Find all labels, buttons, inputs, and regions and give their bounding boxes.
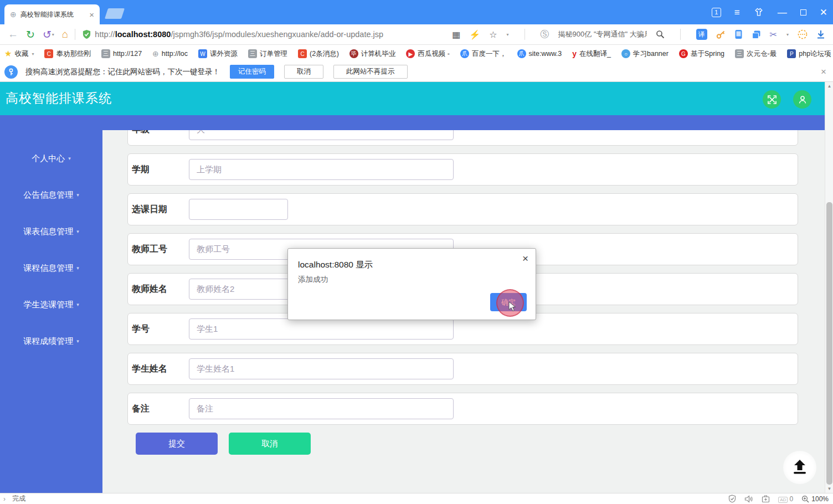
site-security-shield-icon[interactable] — [82, 29, 91, 39]
undo-history-icon[interactable]: ↺ — [43, 28, 52, 41]
bookmark-item[interactable]: Pphp论坛项 — [787, 49, 831, 59]
chevron-down-icon[interactable]: ▾ — [786, 32, 789, 37]
bookmark-item[interactable]: 爪site:www.3 — [517, 49, 562, 58]
scroll-up-icon[interactable]: ▲ — [825, 82, 833, 90]
extensions-more-icon[interactable] — [798, 29, 808, 39]
semester-input[interactable] — [189, 159, 454, 180]
address-bar[interactable]: http://localhost:8080/jspmgh3f6/jsp/modu… — [95, 30, 383, 39]
key-icon — [4, 65, 18, 79]
field-label: 学生姓名 — [128, 363, 189, 375]
bookmark-item[interactable]: ⊕http://loc — [152, 49, 188, 58]
home-icon[interactable]: ⌂ — [62, 28, 68, 40]
minimize-icon[interactable]: — — [778, 8, 787, 17]
screenshot-scissors-icon[interactable]: ✂ — [770, 29, 777, 40]
selection-date-input[interactable] — [189, 199, 288, 220]
sidebar-item-personal-center[interactable]: 个人中心▾ — [0, 150, 102, 167]
bookmark-item[interactable]: 三次元仓-最 — [735, 49, 777, 59]
cancel-button[interactable]: 取消 — [284, 65, 323, 79]
bookmark-star-icon[interactable]: ☆ — [489, 29, 497, 40]
medicine-box-icon[interactable] — [762, 495, 770, 503]
url-path: /jspmgh3f6/jsp/modules/xueshengxuanke/ad… — [171, 30, 383, 39]
submit-button[interactable]: 提交 — [136, 433, 218, 455]
bookmark-item[interactable]: y在线翻译_ — [572, 49, 611, 59]
never-prompt-button[interactable]: 此网站不再提示 — [333, 65, 408, 79]
cancel-button[interactable]: 取消 — [229, 433, 311, 455]
tab-list-button[interactable]: 1 — [712, 8, 721, 17]
top-nav-strip — [0, 115, 825, 130]
bookmark-item[interactable]: W课外资源 — [198, 49, 238, 59]
speaker-icon[interactable] — [744, 495, 753, 503]
bookmark-favicon: y — [572, 49, 577, 58]
sidebar: 个人中心▾ 公告信息管理▾ 课表信息管理▾ 课程信息管理▾ 学生选课管理▾ 课程… — [0, 130, 102, 493]
bookmark-item[interactable]: ▶西瓜视频 - — [406, 49, 450, 59]
security-shield-icon[interactable] — [728, 495, 736, 503]
mobile-phone-icon[interactable] — [734, 29, 743, 39]
maximize-icon[interactable] — [800, 9, 806, 16]
search-suggestion-text[interactable]: 揭秘900亿 "专网通信" 大骗局 — [558, 29, 647, 39]
bookmark-item[interactable]: 爪百度一下， — [460, 49, 507, 59]
upload-arrow-icon — [791, 459, 809, 476]
sidebar-item-announcement-mgmt[interactable]: 公告信息管理▾ — [0, 187, 102, 203]
bookmark-item[interactable]: 三http://127 — [101, 49, 142, 58]
remarks-input[interactable] — [189, 398, 454, 419]
bookmark-item[interactable]: 三订单管理 — [248, 49, 287, 59]
bookmark-favicon: ⊕ — [152, 49, 159, 58]
zoom-control[interactable]: 100% — [801, 495, 829, 503]
divider — [680, 29, 681, 40]
windows-copy-icon[interactable] — [752, 30, 761, 39]
lightning-accelerate-icon[interactable]: ⚡ — [469, 29, 480, 40]
student-name-input[interactable] — [189, 358, 454, 379]
mouse-cursor — [508, 301, 517, 312]
alert-dialog: localhost:8080 显示 添加成功 × 确定 — [287, 248, 536, 320]
translate-extension-icon[interactable]: 译 — [696, 29, 707, 40]
qr-code-icon[interactable]: ▦ — [452, 29, 460, 40]
bookmark-item[interactable]: ○学习banner — [621, 49, 669, 59]
bookmark-item[interactable]: G基于Spring — [679, 49, 724, 59]
bookmark-item[interactable]: C奉劝那些刚 — [44, 49, 91, 59]
password-key-icon[interactable] — [716, 30, 726, 39]
scrollbar-thumb[interactable] — [826, 202, 832, 485]
bookmark-favicon: 三 — [248, 49, 257, 58]
refresh-icon[interactable]: ↻ — [26, 28, 35, 41]
field-label: 学号 — [128, 323, 189, 335]
field-label: 教师工号 — [128, 244, 189, 255]
sidebar-item-course-info-mgmt[interactable]: 课程信息管理▾ — [0, 260, 102, 276]
tab-close-icon[interactable]: × — [89, 10, 94, 19]
bookmark-item[interactable]: 毕计算机毕业 — [349, 49, 396, 59]
scroll-down-icon[interactable]: ▼ — [825, 485, 833, 493]
student-id-input[interactable] — [189, 318, 454, 340]
search-magnifier-icon[interactable] — [656, 30, 665, 39]
fullscreen-button[interactable] — [763, 90, 781, 109]
sidebar-item-course-grade-mgmt[interactable]: 课程成绩管理▾ — [0, 333, 102, 349]
browser-tab[interactable]: ⊕ 高校智能排课系统 × — [4, 4, 100, 24]
back-icon[interactable]: ← — [8, 28, 18, 40]
chevron-right-icon[interactable]: › — [3, 495, 6, 503]
grade-input[interactable] — [189, 130, 454, 140]
close-icon[interactable]: ✕ — [820, 8, 827, 17]
menu-icon[interactable]: ≡ — [734, 8, 740, 17]
bookmark-favicon: 毕 — [349, 49, 358, 58]
download-icon[interactable] — [816, 30, 825, 39]
ad-block-counter[interactable]: AD 0 — [778, 495, 793, 503]
close-icon[interactable]: × — [821, 66, 826, 78]
bookmark-favicon: 三 — [735, 49, 744, 58]
bookmark-favicon: 爪 — [460, 49, 469, 58]
bookmark-item[interactable]: C(2条消息) — [298, 49, 339, 59]
sidebar-item-course-selection-mgmt[interactable]: 学生选课管理▾ — [0, 296, 102, 313]
back-to-top-button[interactable] — [783, 451, 816, 484]
chevron-down-icon: ▾ — [32, 52, 34, 56]
dialog-close-icon[interactable]: × — [522, 253, 528, 265]
zoom-level: 100% — [811, 495, 829, 503]
divider — [525, 29, 525, 40]
password-notification-bar: 搜狗高速浏览器提醒您：记住此网站密码，下次一键登录！ 记住密码 取消 此网站不再… — [0, 62, 833, 82]
sidebar-item-timetable-mgmt[interactable]: 课表信息管理▾ — [0, 223, 102, 240]
user-profile-button[interactable] — [793, 90, 811, 109]
dialog-title: localhost:8080 显示 — [298, 259, 373, 271]
skin-theme-icon[interactable] — [753, 7, 764, 17]
remember-password-button[interactable]: 记住密码 — [230, 65, 274, 79]
undo-caret-icon[interactable]: ▾ — [52, 32, 54, 37]
chevron-down-icon[interactable]: ▾ — [507, 32, 509, 37]
chevron-down-icon: ▾ — [76, 192, 79, 198]
bookmark-favorites[interactable]: ★收藏▾ — [4, 49, 34, 59]
new-tab-button[interactable] — [105, 8, 125, 19]
